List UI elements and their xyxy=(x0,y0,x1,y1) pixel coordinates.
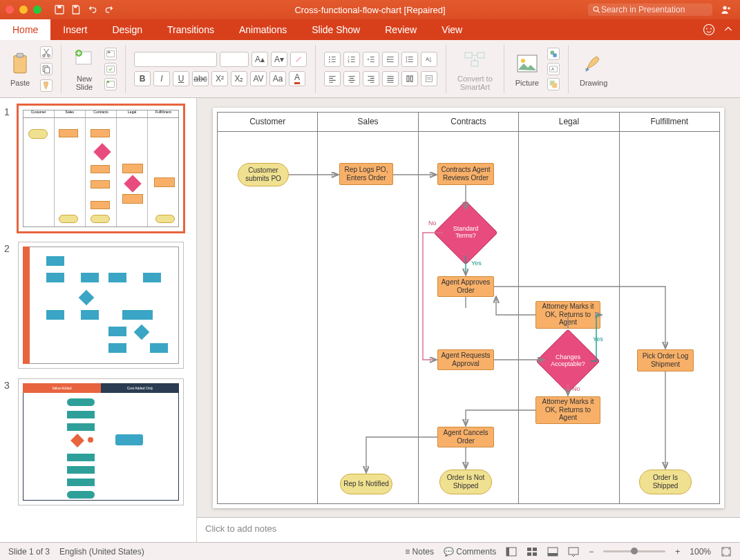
minimize-window[interactable] xyxy=(19,6,28,14)
close-window[interactable] xyxy=(6,6,14,14)
save-icon[interactable] xyxy=(70,4,82,15)
picture-label: Picture xyxy=(515,79,539,87)
notes-toggle[interactable]: ≡ Notes xyxy=(405,547,434,557)
tab-review[interactable]: Review xyxy=(372,19,429,40)
superscript-button[interactable]: X² xyxy=(211,71,228,86)
zoom-slider[interactable] xyxy=(603,550,665,552)
decrease-indent-button[interactable] xyxy=(363,52,379,67)
slide-canvas[interactable]: Customer Sales Contracts Legal Fulfillme… xyxy=(213,108,724,508)
convert-smartart-button[interactable] xyxy=(463,46,486,73)
zoom-in[interactable]: + xyxy=(675,547,680,557)
tab-animations[interactable]: Animations xyxy=(227,19,299,40)
character-spacing-button[interactable]: AV xyxy=(250,71,267,86)
font-color-button[interactable]: A xyxy=(289,71,305,86)
slide-thumbnail-2[interactable] xyxy=(18,242,184,369)
node-not-shipped[interactable]: Order Is Not Shipped xyxy=(439,470,492,494)
increase-indent-button[interactable] xyxy=(382,52,399,67)
paste-button[interactable] xyxy=(8,50,32,77)
columns-button[interactable] xyxy=(401,71,418,86)
node-agent-requests[interactable]: Agent Requests Approval xyxy=(437,349,494,370)
node-rep-notified[interactable]: Rep Is Notified xyxy=(340,474,392,494)
tab-transitions[interactable]: Transitions xyxy=(155,19,227,40)
decrease-font-button[interactable]: A▾ xyxy=(271,52,287,67)
new-slide-button[interactable] xyxy=(73,46,96,73)
slide-thumbnail-3[interactable]: Value AddedCost Added Only xyxy=(18,378,184,505)
font-family-select[interactable] xyxy=(134,52,217,67)
reset-button[interactable] xyxy=(104,63,117,75)
tab-insert[interactable]: Insert xyxy=(50,19,99,40)
align-left-button[interactable] xyxy=(324,71,341,86)
redo-icon[interactable] xyxy=(104,4,115,15)
search-box[interactable] xyxy=(588,3,712,16)
tab-view[interactable]: View xyxy=(429,19,475,40)
node-customer-po[interactable]: Customer submits PO xyxy=(238,163,289,186)
align-right-button[interactable] xyxy=(363,71,379,86)
zoom-out[interactable]: − xyxy=(589,547,594,557)
zoom-level[interactable]: 100% xyxy=(690,547,711,557)
workspace: 1 CustomerSalesContractsLegalFulfillment xyxy=(0,98,740,542)
drawing-label: Drawing xyxy=(580,79,607,87)
text-direction-button[interactable]: A xyxy=(421,52,437,67)
node-rep-logs[interactable]: Rep Logs PO, Enters Order xyxy=(339,163,393,185)
tab-slideshow[interactable]: Slide Show xyxy=(299,19,372,40)
layout-button[interactable] xyxy=(104,48,117,60)
collapse-ribbon-icon[interactable] xyxy=(723,25,733,35)
picture-button[interactable] xyxy=(515,50,539,77)
increase-font-button[interactable]: A▴ xyxy=(252,52,268,67)
reading-view-icon[interactable] xyxy=(547,546,558,557)
comments-toggle[interactable]: 💬 Comments xyxy=(444,547,496,557)
notes-pane[interactable]: Click to add notes xyxy=(197,517,740,542)
node-shipped[interactable]: Order Is Shipped xyxy=(639,470,692,494)
line-spacing-button[interactable] xyxy=(401,52,418,67)
share-icon[interactable] xyxy=(721,4,732,15)
search-input[interactable] xyxy=(601,5,708,15)
node-contracts-review[interactable]: Contracts Agent Reviews Order xyxy=(437,163,494,185)
section-button[interactable] xyxy=(104,78,117,90)
tab-home[interactable]: Home xyxy=(0,19,50,40)
sorter-view-icon[interactable] xyxy=(526,546,538,557)
normal-view-icon[interactable] xyxy=(506,546,517,557)
node-attorney-ok1[interactable]: Attorney Marks it OK, Returns to Agent xyxy=(535,301,600,329)
italic-button[interactable]: I xyxy=(153,71,170,86)
node-attorney-ok2[interactable]: Attorney Marks it OK, Returns to Agent xyxy=(535,396,600,424)
copy-button[interactable] xyxy=(40,63,53,75)
drawing-group: Drawing xyxy=(577,43,610,95)
underline-button[interactable]: U xyxy=(173,71,189,86)
node-standard-terms[interactable]: Standard Terms? xyxy=(443,210,488,255)
numbering-button[interactable]: 123 xyxy=(343,52,360,67)
change-case-button[interactable]: Aa xyxy=(269,71,286,86)
slide-thumbnail-1[interactable]: CustomerSalesContractsLegalFulfillment xyxy=(18,105,184,232)
status-bar: Slide 1 of 3 English (United States) ≡ N… xyxy=(0,542,740,560)
tab-design[interactable]: Design xyxy=(99,19,155,40)
arrange-button[interactable] xyxy=(547,78,560,90)
maximize-window[interactable] xyxy=(33,6,41,14)
canvas-area[interactable]: Customer Sales Contracts Legal Fulfillme… xyxy=(197,98,740,517)
node-pick-order[interactable]: Pick Order Log Shipment xyxy=(637,349,694,371)
font-size-select[interactable] xyxy=(220,52,249,67)
justify-button[interactable] xyxy=(382,71,399,86)
textbox-button[interactable]: A xyxy=(547,63,560,75)
feedback-icon[interactable] xyxy=(703,23,715,36)
bold-button[interactable]: B xyxy=(134,71,151,86)
clear-formatting-button[interactable] xyxy=(290,52,307,67)
node-agent-approves[interactable]: Agent Approves Order xyxy=(437,276,494,297)
svg-point-7 xyxy=(710,28,712,30)
undo-icon[interactable] xyxy=(87,4,98,15)
language-indicator[interactable]: English (United States) xyxy=(59,547,144,557)
bullets-button[interactable] xyxy=(324,52,341,67)
clipboard-group: Paste xyxy=(6,43,35,95)
cut-button[interactable] xyxy=(40,46,53,59)
autosave-icon[interactable] xyxy=(54,4,65,15)
svg-point-21 xyxy=(329,56,330,57)
align-center-button[interactable] xyxy=(343,71,360,86)
node-agent-cancels[interactable]: Agent Cancels Order xyxy=(437,427,494,447)
format-painter-button[interactable] xyxy=(40,79,53,92)
fit-to-window-icon[interactable] xyxy=(721,546,732,557)
strikethrough-button[interactable]: abc xyxy=(192,71,209,86)
node-changes-acceptable[interactable]: Changes Acceptable? xyxy=(545,338,591,384)
align-text-button[interactable] xyxy=(421,71,437,86)
slideshow-view-icon[interactable] xyxy=(568,546,579,557)
shapes-button[interactable] xyxy=(547,48,560,60)
subscript-button[interactable]: X₂ xyxy=(231,71,247,86)
drawing-button[interactable] xyxy=(582,50,605,77)
